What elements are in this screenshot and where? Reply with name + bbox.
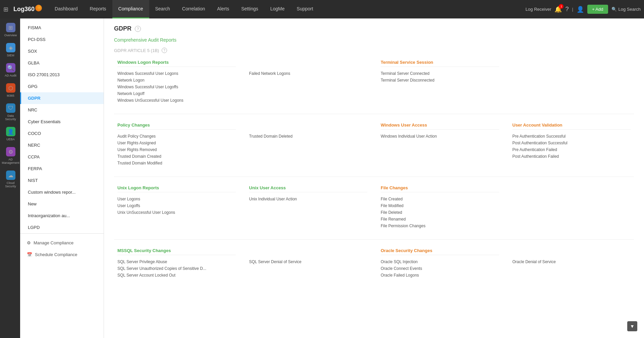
article-header: GDPR ARTICLE 5 (1B) ? bbox=[114, 48, 634, 53]
report-item[interactable]: File Modified bbox=[381, 202, 499, 209]
article-help-icon[interactable]: ? bbox=[162, 48, 167, 53]
report-item[interactable]: Windows Successful User Logoffs bbox=[117, 84, 236, 90]
report-item[interactable]: Audit Policy Changes bbox=[117, 133, 236, 140]
report-item[interactable]: File Permission Changes bbox=[381, 223, 499, 229]
sidebar-intraorg[interactable]: Intraorganization au... bbox=[20, 210, 104, 222]
report-item[interactable]: Failed Network Logons bbox=[249, 70, 368, 77]
m365-icon: ⬡ bbox=[6, 83, 15, 93]
report-item[interactable]: Unix UnSuccessful User Logons bbox=[117, 209, 236, 216]
logo-dot bbox=[35, 5, 42, 11]
sidebar-item-ueba[interactable]: 👤 UEBA bbox=[0, 124, 20, 144]
scroll-to-bottom[interactable]: ▼ bbox=[627, 321, 637, 331]
sidebar-nrc[interactable]: NRC bbox=[20, 104, 104, 116]
report-item[interactable]: Unix Individual User Action bbox=[249, 196, 368, 202]
report-item[interactable]: Oracle Denial of Service bbox=[513, 258, 631, 265]
sidebar-item-overview[interactable]: ⊞ Overview bbox=[0, 20, 20, 40]
user-icon[interactable]: 👤 bbox=[577, 6, 584, 13]
title-help-icon[interactable]: ? bbox=[135, 26, 141, 32]
report-item[interactable]: Trusted Domain Deleted bbox=[249, 133, 368, 140]
report-item[interactable]: Network Logon bbox=[117, 77, 236, 84]
log-receiver-button[interactable]: Log Receiver bbox=[526, 7, 551, 12]
sidebar-ferpa[interactable]: FERPA bbox=[20, 163, 104, 175]
nav-logme[interactable]: LogMe bbox=[264, 0, 291, 18]
report-item[interactable]: Pre Authentication Successful bbox=[513, 133, 631, 140]
sidebar-ccpa[interactable]: CCPA bbox=[20, 151, 104, 163]
sidebar-gpg[interactable]: GPG bbox=[20, 81, 104, 92]
nav-support[interactable]: Support bbox=[291, 0, 319, 18]
nav-settings[interactable]: Settings bbox=[235, 0, 264, 18]
report-item[interactable]: Windows Successful User Logons bbox=[117, 70, 236, 77]
admgmt-label: AD Management bbox=[2, 158, 19, 164]
sidebar-sox[interactable]: SOX bbox=[20, 45, 104, 57]
report-item[interactable]: SQL Server Account Locked Out bbox=[117, 272, 236, 279]
report-item[interactable]: SQL Server Privilege Abuse bbox=[117, 258, 236, 265]
schedule-compliance-label: Schedule Compliance bbox=[35, 252, 77, 257]
sidebar-gdpr[interactable]: GDPR bbox=[20, 92, 104, 104]
nav-correlation[interactable]: Correlation bbox=[176, 0, 211, 18]
sidebar-customwindows[interactable]: Custom windows repor... bbox=[20, 186, 104, 198]
cloudsec-icon: ☁ bbox=[6, 171, 15, 180]
nav-search[interactable]: Search bbox=[149, 0, 176, 18]
terminal-service-col: Terminal Service Session Terminal Server… bbox=[377, 60, 502, 104]
page-title: GDPR bbox=[114, 25, 131, 32]
report-item[interactable]: Terminal Server Disconnected bbox=[381, 77, 499, 84]
report-item[interactable]: Trusted Domain Modified bbox=[117, 160, 236, 166]
report-item[interactable]: User Logons bbox=[117, 196, 236, 202]
siem-icon: ◈ bbox=[6, 43, 15, 52]
report-item[interactable]: Oracle SQL Injection bbox=[381, 258, 499, 265]
grid-icon[interactable]: ⊞ bbox=[3, 6, 8, 13]
report-item[interactable]: Terminal Server Connected bbox=[381, 70, 499, 77]
notification-bell[interactable]: 🔔 1 bbox=[554, 6, 562, 13]
manage-compliance-button[interactable]: ⚙ Manage Compliance bbox=[20, 237, 104, 249]
sidebar-item-admgmt[interactable]: ⚙ AD Management bbox=[0, 144, 20, 167]
sidebar-nist[interactable]: NIST bbox=[20, 175, 104, 186]
sidebar-item-datasecurity[interactable]: 🛡 Data Security bbox=[0, 101, 20, 124]
report-item[interactable]: User Rights Removed bbox=[117, 146, 236, 153]
sidebar-iso27001[interactable]: ISO 27001:2013 bbox=[20, 69, 104, 81]
sidebar-pcidss[interactable]: PCI-DSS bbox=[20, 34, 104, 45]
nav-reports[interactable]: Reports bbox=[84, 0, 112, 18]
report-item[interactable]: Windows UnSuccessful User Logons bbox=[117, 97, 236, 104]
report-item[interactable]: File Created bbox=[381, 196, 499, 202]
ueba-icon: 👤 bbox=[6, 127, 15, 136]
report-item[interactable]: SQL Server Denial of Service bbox=[249, 258, 368, 265]
report-item[interactable]: Post Authentication Failed bbox=[513, 153, 631, 160]
report-item[interactable]: Trusted Domain Created bbox=[117, 153, 236, 160]
log-search-button[interactable]: 🔍 Log Search bbox=[611, 7, 641, 12]
policy-changes-col: Policy Changes Audit Policy Changes User… bbox=[114, 123, 239, 166]
report-item[interactable]: File Renamed bbox=[381, 216, 499, 223]
report-item[interactable]: Oracle Failed Logons bbox=[381, 272, 499, 279]
sidebar-glba[interactable]: GLBA bbox=[20, 57, 104, 69]
unix-user-access-title: Unix User Access bbox=[249, 185, 368, 192]
adaudit-icon: 🔍 bbox=[6, 63, 15, 73]
nav-dashboard[interactable]: Dashboard bbox=[49, 0, 84, 18]
sidebar-item-adaudit[interactable]: 🔍 AD Audit bbox=[0, 60, 20, 80]
report-item[interactable]: SQL Server Unauthorized Copies of Sensit… bbox=[117, 265, 236, 272]
sql-denial-col: . SQL Server Denial of Service bbox=[246, 248, 371, 279]
sidebar-cyberessentials[interactable]: Cyber Essentials bbox=[20, 116, 104, 128]
sidebar-item-siem[interactable]: ◈ SIEM bbox=[0, 40, 20, 60]
schedule-compliance-button[interactable]: 📅 Schedule Compliance bbox=[20, 249, 104, 260]
nav-alerts[interactable]: Alerts bbox=[211, 0, 235, 18]
report-item[interactable]: Windows Individual User Action bbox=[381, 133, 499, 140]
sidebar-fisma[interactable]: FISMA bbox=[20, 22, 104, 34]
failed-network-col: . Failed Network Logons bbox=[246, 60, 371, 104]
sidebar-item-m365[interactable]: ⬡ M365 bbox=[0, 81, 20, 100]
report-item[interactable]: Oracle Connect Events bbox=[381, 265, 499, 272]
add-button[interactable]: + Add bbox=[587, 5, 608, 14]
sidebar-item-cloudsecurity[interactable]: ☁ Cloud Security bbox=[0, 168, 20, 191]
report-item[interactable]: Post Authentication Successful bbox=[513, 140, 631, 146]
report-item[interactable]: Network Logoff bbox=[117, 90, 236, 97]
report-item[interactable]: User Logoffs bbox=[117, 202, 236, 209]
help-icon[interactable]: ? bbox=[565, 6, 569, 13]
report-item[interactable]: Pre Authentication Failed bbox=[513, 146, 631, 153]
sidebar-lgpd[interactable]: LGPD bbox=[20, 222, 104, 233]
report-item[interactable]: User Rights Assigned bbox=[117, 140, 236, 146]
sidebar-coco[interactable]: COCO bbox=[20, 128, 104, 139]
windows-logon-title: Windows Logon Reports bbox=[117, 60, 236, 67]
sidebar-new[interactable]: New bbox=[20, 198, 104, 210]
nav-compliance[interactable]: Compliance bbox=[112, 0, 149, 18]
comprehensive-audit-link[interactable]: Comprehensive Audit Reports bbox=[114, 37, 634, 43]
sidebar-nerc[interactable]: NERC bbox=[20, 139, 104, 151]
report-item[interactable]: File Deleted bbox=[381, 209, 499, 216]
